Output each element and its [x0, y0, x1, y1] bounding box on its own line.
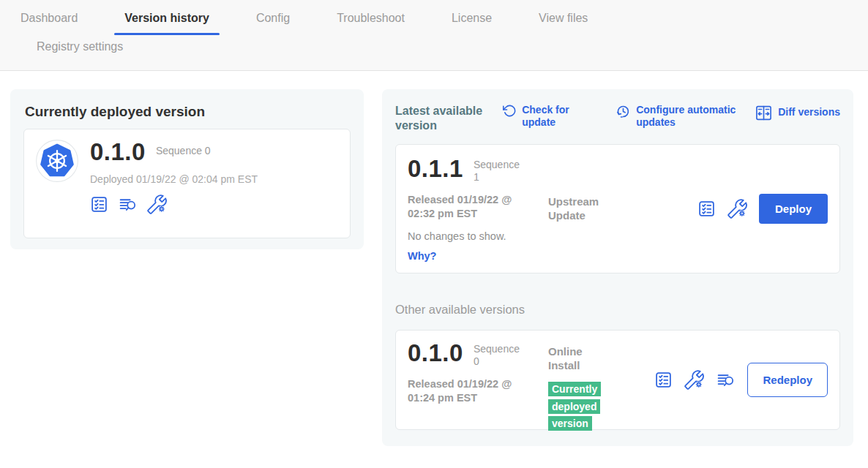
tab-version-history[interactable]: Version history: [124, 12, 209, 35]
edit-config-icon[interactable]: [684, 370, 704, 390]
preflight-checks-icon[interactable]: [697, 200, 716, 218]
content-area: Currently deployed version: [0, 71, 868, 468]
check-update-icon: [503, 104, 517, 118]
latest-source-label: Upstream Update: [548, 195, 614, 223]
latest-changes-text: No changes to show.: [408, 230, 548, 242]
latest-version-number: 0.1.1: [408, 156, 463, 182]
diff-versions-link[interactable]: Diff versions: [755, 104, 840, 122]
tab-view-files[interactable]: View files: [539, 12, 588, 35]
latest-sequence-label: Sequence 1: [474, 159, 523, 184]
other-source-label: Online Install: [548, 344, 614, 373]
other-sequence-label: Sequence 0: [474, 343, 523, 369]
auto-update-schedule-icon: [616, 104, 631, 119]
secondary-tabs: Registry settings: [0, 35, 868, 53]
currently-deployed-panel: Currently deployed version: [10, 89, 364, 249]
diff-versions-icon: [755, 104, 773, 122]
available-updates-panel: Latest available version Check for updat…: [382, 89, 853, 446]
edit-config-icon[interactable]: [727, 199, 747, 219]
tab-license[interactable]: License: [452, 12, 492, 35]
preflight-checks-icon[interactable]: [90, 195, 108, 214]
other-released-timestamp: Released 01/19/22 @ 01:24 pm EST: [408, 377, 526, 405]
why-link[interactable]: Why?: [408, 250, 548, 262]
other-version-card: 0.1.0 Sequence 0 Released 01/19/22 @ 01:…: [395, 330, 840, 430]
deployed-timestamp: Deployed 01/19/22 @ 02:04 pm EST: [90, 173, 258, 185]
preflight-checks-icon[interactable]: [654, 371, 673, 389]
deployed-version-number: 0.1.0: [90, 140, 146, 165]
other-versions-heading: Other available versions: [395, 303, 840, 317]
kubernetes-logo-icon: [36, 140, 78, 182]
deployed-sequence-label: Sequence 0: [156, 145, 211, 158]
latest-version-card: 0.1.1 Sequence 1 Released 01/19/22 @ 02:…: [395, 144, 840, 273]
tab-troubleshoot[interactable]: Troubleshoot: [337, 12, 405, 35]
deploy-button[interactable]: Deploy: [759, 194, 828, 224]
currently-deployed-title: Currently deployed version: [25, 104, 351, 120]
release-notes-icon[interactable]: [716, 371, 736, 389]
tab-registry-settings[interactable]: Registry settings: [37, 40, 123, 63]
release-notes-icon[interactable]: [118, 195, 138, 214]
primary-tabs: Dashboard Version history Config Trouble…: [0, 0, 868, 35]
top-nav: Dashboard Version history Config Trouble…: [0, 0, 868, 71]
tab-config[interactable]: Config: [256, 12, 290, 35]
deployed-version-card: 0.1.0 Sequence 0 Deployed 01/19/22 @ 02:…: [23, 129, 351, 238]
tab-dashboard[interactable]: Dashboard: [20, 12, 78, 35]
check-for-update-link[interactable]: Check for update: [503, 104, 582, 129]
latest-released-timestamp: Released 01/19/22 @ 02:32 pm EST: [408, 193, 526, 221]
currently-deployed-badge: Currently deployed version: [548, 380, 607, 432]
other-version-number: 0.1.0: [408, 341, 463, 366]
latest-available-heading: Latest available version: [395, 104, 490, 134]
redeploy-button[interactable]: Redeploy: [747, 363, 828, 397]
configure-automatic-updates-link[interactable]: Configure automatic updates: [616, 104, 755, 129]
edit-config-icon[interactable]: [147, 195, 167, 214]
